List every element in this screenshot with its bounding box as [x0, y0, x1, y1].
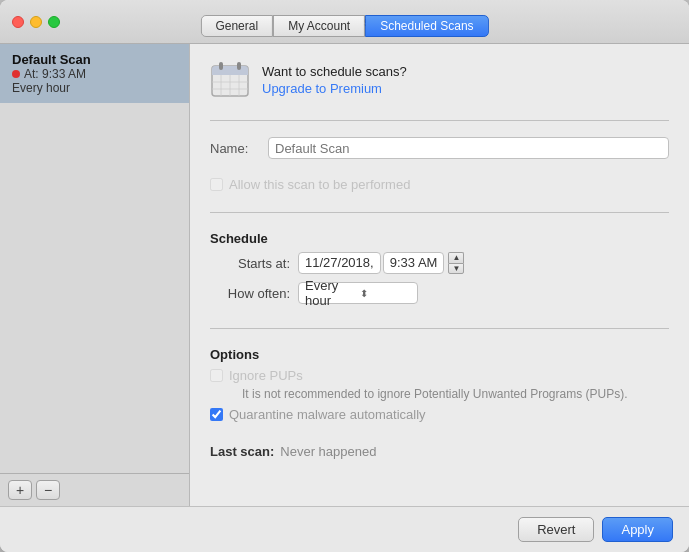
time-stepper: ▲ ▼: [448, 252, 464, 274]
name-label: Name:: [210, 141, 260, 156]
upgrade-text: Want to schedule scans? Upgrade to Premi…: [262, 64, 407, 96]
settings-window: Settings General My Account Scheduled Sc…: [0, 0, 689, 552]
main-panel: Want to schedule scans? Upgrade to Premi…: [190, 44, 689, 506]
stepper-up[interactable]: ▲: [448, 252, 464, 263]
last-scan-value: Never happened: [280, 444, 376, 459]
name-row: Name:: [210, 137, 669, 159]
starts-at-row: Starts at: 11/27/2018, 9:33 AM ▲ ▼: [210, 252, 669, 274]
quarantine-checkbox[interactable]: [210, 408, 223, 421]
upgrade-title: Want to schedule scans?: [262, 64, 407, 79]
sidebar: Default Scan At: 9:33 AM Every hour + −: [0, 44, 190, 506]
allow-scan-checkbox[interactable]: [210, 178, 223, 191]
titlebar: Settings General My Account Scheduled Sc…: [0, 0, 689, 44]
tab-general[interactable]: General: [200, 15, 273, 37]
dropdown-arrow-icon: ⬍: [360, 288, 411, 299]
remove-scan-button[interactable]: −: [36, 480, 60, 500]
options-title: Options: [210, 347, 669, 362]
how-often-row: How often: Every hour ⬍: [210, 282, 669, 304]
divider-1: [210, 120, 669, 121]
red-dot-icon: [12, 70, 20, 78]
ignore-pups-label: Ignore PUPs: [229, 368, 303, 383]
last-scan-row: Last scan: Never happened: [210, 444, 669, 459]
sidebar-list: Default Scan At: 9:33 AM Every hour: [0, 44, 189, 473]
allow-scan-label: Allow this scan to be performed: [229, 177, 410, 192]
scan-name: Default Scan: [12, 52, 177, 67]
how-often-dropdown[interactable]: Every hour ⬍: [298, 282, 418, 304]
divider-2: [210, 212, 669, 213]
calendar-icon: [210, 60, 250, 100]
divider-3: [210, 328, 669, 329]
revert-button[interactable]: Revert: [518, 517, 594, 542]
ignore-pups-note: It is not recommended to ignore Potentia…: [210, 387, 669, 401]
stepper-down[interactable]: ▼: [448, 263, 464, 274]
svg-rect-2: [212, 72, 248, 75]
quarantine-label: Quarantine malware automatically: [229, 407, 426, 422]
apply-button[interactable]: Apply: [602, 517, 673, 542]
ignore-pups-checkbox[interactable]: [210, 369, 223, 382]
schedule-section: Schedule Starts at: 11/27/2018, 9:33 AM …: [210, 231, 669, 312]
last-scan-label: Last scan:: [210, 444, 274, 459]
schedule-title: Schedule: [210, 231, 669, 246]
quarantine-row: Quarantine malware automatically: [210, 407, 669, 422]
starts-at-label: Starts at:: [220, 256, 290, 271]
tab-scheduled-scans[interactable]: Scheduled Scans: [365, 15, 488, 37]
svg-rect-3: [219, 62, 223, 70]
time-field[interactable]: 9:33 AM: [383, 252, 445, 274]
traffic-lights: [12, 16, 60, 28]
how-often-label: How often:: [220, 286, 290, 301]
options-section: Options Ignore PUPs It is not recommende…: [210, 347, 669, 426]
sidebar-item-default-scan[interactable]: Default Scan At: 9:33 AM Every hour: [0, 44, 189, 103]
sidebar-footer: + −: [0, 473, 189, 506]
allow-scan-row: Allow this scan to be performed: [210, 177, 669, 192]
date-input-group: 11/27/2018, 9:33 AM ▲ ▼: [298, 252, 464, 274]
date-field[interactable]: 11/27/2018,: [298, 252, 381, 274]
content-area: Default Scan At: 9:33 AM Every hour + −: [0, 44, 689, 506]
minimize-button[interactable]: [30, 16, 42, 28]
how-often-value: Every hour: [305, 278, 356, 308]
name-input[interactable]: [268, 137, 669, 159]
close-button[interactable]: [12, 16, 24, 28]
maximize-button[interactable]: [48, 16, 60, 28]
scan-time: At: 9:33 AM: [12, 67, 177, 81]
ignore-pups-row: Ignore PUPs: [210, 368, 669, 383]
tab-my-account[interactable]: My Account: [273, 15, 365, 37]
bottom-bar: Revert Apply: [0, 506, 689, 552]
upgrade-link[interactable]: Upgrade to Premium: [262, 81, 407, 96]
scan-frequency: Every hour: [12, 81, 177, 95]
tab-bar: General My Account Scheduled Scans: [200, 9, 488, 37]
svg-rect-4: [237, 62, 241, 70]
add-scan-button[interactable]: +: [8, 480, 32, 500]
upgrade-section: Want to schedule scans? Upgrade to Premi…: [210, 60, 669, 100]
